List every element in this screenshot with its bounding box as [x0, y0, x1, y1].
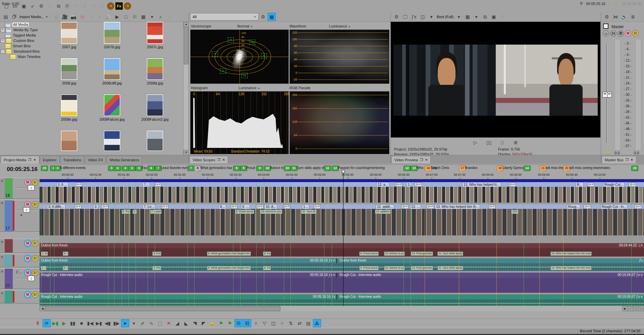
event-fx-icon[interactable]: ƒx ≡ [584, 205, 591, 209]
event-fx-icon[interactable]: ƒx ≡ [154, 182, 161, 187]
preview-gear-icon[interactable]: ⚙ [392, 13, 400, 21]
media-thumb-2008Falcon.jpg[interactable]: 2008Falcon.jpg [95, 94, 129, 121]
bin-storyboard-bins[interactable]: -Storyboard Bins [0, 49, 47, 54]
mute-master-icon[interactable]: M [625, 30, 631, 37]
cursor-pin-icon[interactable]: ⚲ [580, 1, 583, 6]
media-thumb-2008e.jpg[interactable]: 2008e.jpg [52, 94, 87, 121]
playback-rate[interactable]: Rate: 0.00 [2, 2, 19, 6]
marker-6[interactable]: 6 [148, 166, 155, 171]
playhead[interactable] [343, 172, 343, 306]
fade-4-icon[interactable]: ◤ [200, 319, 208, 327]
bin-all-media[interactable]: All Media [0, 22, 47, 27]
go-to-start-icon[interactable]: ▮◀ [86, 319, 94, 327]
external-monitor-icon[interactable]: 🖵 [401, 13, 409, 21]
insert-assignable-icon[interactable]: ⚏ [603, 30, 609, 37]
marker-23[interactable]: 23 [631, 166, 638, 171]
show-plugin-fx-icon[interactable]: Fx [115, 2, 123, 10]
media-thumb-partial[interactable] [138, 130, 172, 151]
hscroll-left-icon[interactable]: ◀ [40, 306, 45, 311]
mixer-tool-icon[interactable]: 🜸 [139, 319, 147, 327]
tab-master-bus[interactable]: Master Bus❐✕ [602, 156, 636, 163]
media-thumb-2007b.jpg[interactable]: 2007b.jpg [95, 22, 129, 49]
marker-8[interactable]: 8 [233, 166, 240, 171]
project-media-list-icon[interactable]: ▤ [2, 13, 10, 21]
clip-label[interactable]: 1. [407, 182, 412, 187]
import-media-drop[interactable]: ▼ [45, 15, 48, 18]
selection-tri-icon[interactable]: ◸ [609, 1, 611, 6]
timeline-hscrollbar[interactable]: ◀ ▶ − + ⌕ [40, 305, 644, 311]
event-fx-icon[interactable]: ƒx ≡ [230, 205, 237, 209]
media-scrollbar[interactable]: ▲ ▼ [183, 22, 189, 155]
clip-label[interactable]: 7. Le... [143, 204, 156, 209]
split-tool-icon[interactable]: ⑃ [278, 319, 286, 327]
marker-tool-icon[interactable]: ▽ [261, 319, 269, 327]
close-icon[interactable]: ✕ [33, 158, 36, 162]
preview-stop-icon[interactable]: □ [498, 138, 506, 147]
undock-icon[interactable]: ❐ [217, 158, 220, 162]
track-volume-slider[interactable]: ▯ [16, 187, 36, 188]
media-thumb-partial[interactable] [95, 130, 129, 151]
save-project-icon[interactable]: ▣ [20, 2, 28, 10]
clip-label[interactable]: 12. addit... [376, 204, 394, 209]
loop-playback-icon[interactable]: ⟳ [43, 319, 51, 327]
env-hide-icon[interactable]: ▤ [304, 319, 312, 327]
clip-label[interactable]: Rough Cut - In... [600, 204, 628, 209]
clip-label[interactable]: 3. [93, 204, 99, 209]
envelope-tool-icon[interactable]: ∿ [147, 319, 155, 327]
expand-icon[interactable]: + [1, 28, 5, 32]
start-preview-icon[interactable]: ▶ [113, 13, 121, 21]
event-fx-icon[interactable]: ƒx ≡ [629, 182, 636, 187]
event-fx-icon[interactable]: ƒx ≡ [401, 205, 408, 209]
marker-7[interactable]: 7 [187, 166, 195, 171]
project-properties-gear-icon[interactable]: ⚙ [37, 2, 45, 10]
clip-label[interactable]: 9. ... [241, 204, 250, 209]
region-tool-icon[interactable]: ◫ [269, 319, 277, 327]
clip-title[interactable]: Rough Cut - Interview audio00:05:18.16 ƒ… [40, 294, 337, 299]
mixer-controls-icon[interactable]: ≣ [629, 13, 637, 21]
zoom-media-icon[interactable]: ⌕ [157, 13, 165, 21]
lock-event-icon[interactable]: 🔒 [208, 319, 216, 327]
clip-label[interactable]: 13. Who has helped him th... [435, 204, 480, 209]
zoom-out-icon[interactable]: − [628, 306, 633, 311]
previous-frame-icon[interactable]: ◀▮ [104, 319, 112, 327]
event-fx-icon[interactable]: ƒx ≡ [74, 205, 82, 209]
tab-explorer[interactable]: Explorer [40, 156, 60, 163]
save-snapshot-icon[interactable]: ▣ [490, 13, 498, 21]
close-icon[interactable]: ✕ [631, 158, 633, 162]
zoom-in-icon[interactable]: + [633, 306, 639, 311]
preview-pause-icon[interactable]: ▯▯ [485, 138, 493, 147]
bin-main-timeline[interactable]: Main Timeline [0, 54, 47, 59]
preview-menu-icon[interactable]: ≣ [512, 138, 520, 147]
hscroll-thumb[interactable] [45, 306, 280, 311]
tab-media-generators[interactable]: Media Generators [107, 156, 142, 163]
vectorscope-mode-select[interactable]: Normal ▾ [237, 24, 253, 28]
track-20-lane[interactable]: Rough Cut - Interview audio00:05:18.16 ƒ… [40, 273, 644, 293]
bin-tagged-media[interactable]: Tagged Media [0, 33, 47, 38]
views-drop-icon[interactable]: ▾ [148, 13, 156, 21]
downmix-icon[interactable]: ⋈ [611, 13, 620, 21]
media-thumb-2008.jpg[interactable]: 2008.jpg [52, 58, 87, 85]
track-volume-slider[interactable]: ▯ [16, 210, 36, 211]
mute-button[interactable]: M [24, 240, 31, 246]
ignore-grouping-icon[interactable]: ⛓ [243, 319, 251, 327]
clip-label[interactable]: 10. A... [264, 204, 277, 209]
record-icon[interactable]: 🎙 [34, 319, 42, 327]
normalize-icon[interactable]: ⇅ [287, 319, 295, 327]
clip-label[interactable]: 3. 6 ... [56, 182, 68, 187]
import-media-button[interactable]: Import Media... [19, 15, 44, 19]
overlay-grid-icon[interactable]: ▦ [464, 13, 472, 21]
publish-project-icon[interactable]: ➶ [29, 2, 37, 10]
paste-icon[interactable]: ⎘ [63, 2, 71, 10]
tab-video-fx[interactable]: Video FX [85, 156, 106, 163]
capture-video-icon[interactable]: 🎥 [61, 13, 69, 21]
master-select-icon[interactable] [603, 23, 608, 29]
clip-label[interactable]: 8... [219, 204, 226, 209]
preview-play-icon[interactable]: ▷ [472, 138, 480, 147]
waveform-mode-select[interactable]: Luminance ▾ [329, 24, 351, 28]
mix-preview-icon[interactable]: 🖧 [313, 319, 321, 327]
mute-button[interactable]: M [24, 179, 31, 185]
track-outline-b-header[interactable]: MS! [0, 254, 40, 267]
marker-14[interactable]: 14 [524, 166, 531, 171]
tab-video-scopes[interactable]: Video Scopes❐✕ [190, 156, 228, 163]
track-outline-b-lane[interactable]: Outine from Kevin00:05:18.16 ƒx ≡Outine … [40, 258, 644, 271]
